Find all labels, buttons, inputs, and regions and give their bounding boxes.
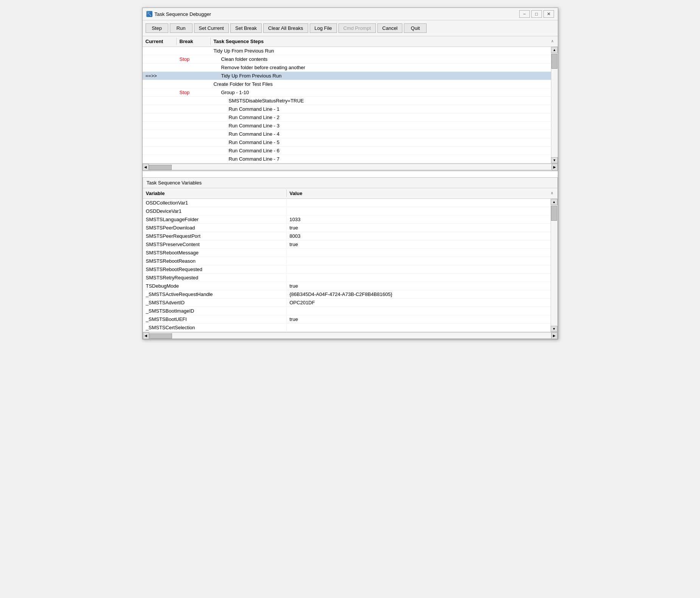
variable-row[interactable]: SMSTSPreserveContenttrue (143, 240, 551, 249)
row-current-cell (143, 150, 177, 152)
row-current-cell (143, 158, 177, 160)
set-break-button[interactable]: Set Break (230, 23, 262, 33)
clear-all-breaks-button[interactable]: Clear All Breaks (263, 23, 308, 33)
var-scroll-track[interactable] (551, 205, 557, 326)
set-current-button[interactable]: Set Current (194, 23, 229, 33)
variable-name-cell: SMSTSRebootMessage (143, 249, 287, 256)
debugger-row[interactable]: Run Command Line - 2 (143, 113, 551, 122)
variable-name-cell: SMSTSRebootRequested (143, 266, 287, 273)
variable-value-cell: true (287, 224, 551, 231)
variable-rows: OSDCollectionVar1OSDDeviceVar1SMSTSLangu… (143, 199, 551, 332)
minimize-button[interactable]: − (519, 10, 530, 18)
scroll-up-arrow[interactable]: ▲ (551, 47, 558, 53)
variable-name-cell: _SMSTSBootImageID (143, 307, 287, 314)
variable-row[interactable]: _SMSTSActiveRequestHandle{86B345D4-A04F-… (143, 290, 551, 299)
scroll-down-arrow[interactable]: ▼ (551, 157, 558, 163)
row-current-cell (143, 142, 177, 143)
maximize-button[interactable]: □ (531, 10, 542, 18)
variable-row[interactable]: SMSTSRebootRequested (143, 265, 551, 274)
debugger-row[interactable]: SMSTSDisableStatusRetry=TRUE (143, 97, 551, 105)
var-h-scroll-track[interactable] (149, 332, 551, 339)
debugger-row[interactable]: Run Command Line - 5 (143, 138, 551, 147)
debugger-scrollbar[interactable]: ▲ ▼ (551, 47, 558, 163)
variable-name-cell: SMSTSPeerDownload (143, 224, 287, 231)
variable-row[interactable]: OSDCollectionVar1 (143, 199, 551, 207)
title-bar-left: 🔧 Task Sequence Debugger (146, 11, 211, 17)
variable-name-cell: SMSTSPeerRequestPort (143, 232, 287, 240)
debugger-row[interactable]: Run Command Line - 4 (143, 130, 551, 138)
step-button[interactable]: Step (146, 23, 168, 33)
row-break-cell (177, 108, 211, 110)
variable-row[interactable]: TSDebugModetrue (143, 282, 551, 290)
debugger-row[interactable]: Run Command Line - 6 (143, 147, 551, 155)
var-h-scroll-left[interactable]: ◀ (143, 332, 149, 339)
var-header-scroll-space: ∧ (551, 190, 557, 197)
h-scroll-left[interactable]: ◀ (143, 164, 149, 170)
variable-value-cell (287, 211, 551, 212)
debugger-row[interactable]: Run Command Line - 7 (143, 155, 551, 163)
debugger-row[interactable]: ==>>Tidy Up From Previous Run (143, 72, 551, 80)
debugger-row[interactable]: Tidy Up From Previous Run (143, 47, 551, 55)
h-scroll-right[interactable]: ▶ (552, 164, 558, 170)
debugger-row[interactable]: Run Command Line - 1 (143, 105, 551, 113)
row-current-cell (143, 50, 177, 52)
debugger-header: Current Break Task Sequence Steps ∧ (143, 36, 558, 47)
row-step-cell: Run Command Line - 4 (211, 130, 551, 138)
row-current-cell (143, 92, 177, 93)
variable-row[interactable]: _SMSTSBootImageID (143, 307, 551, 315)
variable-value-cell (287, 202, 551, 204)
row-step-cell: Run Command Line - 6 (211, 147, 551, 154)
h-scroll-track[interactable] (149, 164, 552, 170)
variable-value-cell (287, 260, 551, 262)
variable-row[interactable]: SMSTSPeerDownloadtrue (143, 224, 551, 232)
log-file-button[interactable]: Log File (310, 23, 337, 33)
var-col-name-header: Variable (143, 190, 287, 197)
var-scroll-up[interactable]: ▲ (551, 199, 557, 205)
variable-name-cell: _SMSTSBootUEFI (143, 316, 287, 323)
variable-row[interactable]: OSDDeviceVar1 (143, 207, 551, 215)
variable-row[interactable]: SMSTSPeerRequestPort8003 (143, 232, 551, 240)
window-title: Task Sequence Debugger (155, 11, 211, 17)
var-scroll-thumb[interactable] (551, 206, 557, 221)
variable-row[interactable]: _SMSTSBootUEFItrue (143, 315, 551, 324)
run-button[interactable]: Run (170, 23, 192, 33)
horizontal-scrollbar[interactable]: ◀ ▶ (143, 163, 558, 170)
variables-scrollbar[interactable]: ▲ ▼ (551, 199, 557, 332)
debugger-row[interactable]: Create Folder for Test Files (143, 80, 551, 88)
var-h-scroll-thumb[interactable] (149, 333, 172, 339)
row-step-cell: SMSTSDisableStatusRetry=TRUE (211, 97, 551, 104)
variable-value-cell: 8003 (287, 232, 551, 240)
variable-value-cell: true (287, 241, 551, 248)
row-step-cell: Run Command Line - 3 (211, 122, 551, 129)
variable-row[interactable]: SMSTSRetryRequested (143, 274, 551, 282)
close-button[interactable]: ✕ (543, 10, 554, 18)
variable-row[interactable]: SMSTSRebootMessage (143, 249, 551, 257)
row-break-cell: Stop (177, 56, 211, 63)
var-h-scroll-right[interactable]: ▶ (551, 332, 557, 339)
debugger-list-container: Tidy Up From Previous RunStopClean folde… (143, 47, 558, 163)
row-step-cell: Tidy Up From Previous Run (211, 47, 551, 54)
debugger-row[interactable]: Remove folder before creating another (143, 64, 551, 72)
row-step-cell: Group - 1-10 (211, 89, 551, 96)
variable-row[interactable]: SMSTSRebootReason (143, 257, 551, 265)
variable-row[interactable]: _SMSTSAdvertIDOPC201DF (143, 299, 551, 307)
cmd-prompt-button[interactable]: Cmd Prompt (338, 23, 376, 33)
variable-name-cell: SMSTSRetryRequested (143, 274, 287, 281)
scroll-track[interactable] (551, 53, 558, 157)
variables-title: Task Sequence Variables (143, 178, 557, 188)
row-current-cell: ==>> (143, 72, 177, 79)
debugger-row[interactable]: Run Command Line - 3 (143, 122, 551, 130)
var-horizontal-scrollbar[interactable]: ◀ ▶ (143, 332, 557, 339)
scroll-thumb[interactable] (551, 54, 557, 69)
quit-button[interactable]: Quit (404, 23, 427, 33)
cancel-button[interactable]: Cancel (377, 23, 402, 33)
row-break-cell: Stop (177, 89, 211, 96)
h-scroll-thumb[interactable] (149, 165, 172, 170)
variable-row[interactable]: SMSTSLanguageFolder1033 (143, 215, 551, 224)
variable-value-cell (287, 269, 551, 270)
debugger-row[interactable]: StopClean folder contents (143, 55, 551, 64)
var-scroll-down[interactable]: ▼ (551, 326, 557, 332)
variable-name-cell: OSDDeviceVar1 (143, 208, 287, 215)
variable-row[interactable]: _SMSTSCertSelection (143, 324, 551, 332)
debugger-row[interactable]: StopGroup - 1-10 (143, 88, 551, 97)
